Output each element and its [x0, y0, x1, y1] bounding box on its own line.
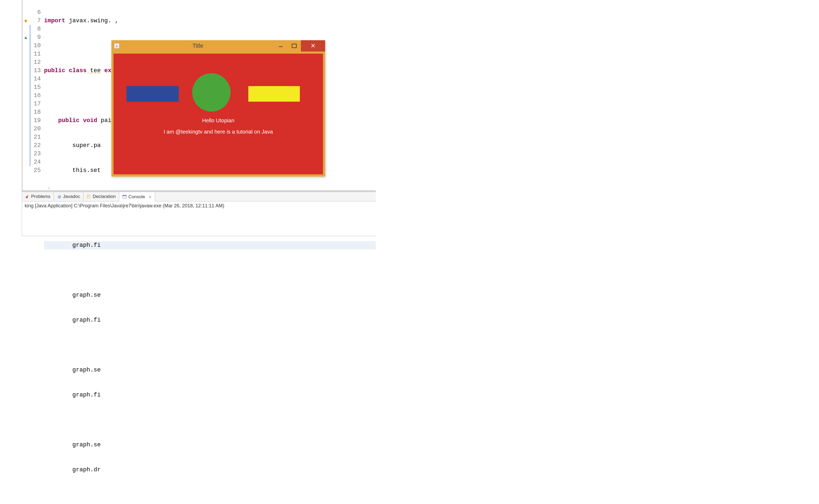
ide-root: 6 7 8 9 10 11 12 13 14 15 16 17 18 19 20… — [0, 0, 376, 236]
tab-javadoc[interactable]: @ Javadoc — [54, 192, 83, 201]
keyword-public: public — [44, 67, 65, 74]
window-buttons: ✕ — [274, 40, 325, 51]
green-circle-shape — [192, 73, 231, 112]
close-button[interactable]: ✕ — [301, 40, 325, 51]
javadoc-icon: @ — [57, 194, 61, 199]
window-title: Title — [122, 42, 274, 49]
tab-declaration[interactable]: Declaration — [83, 192, 119, 201]
code-line — [44, 416, 376, 424]
change-marker-bar — [30, 25, 31, 166]
yellow-rectangle-shape — [248, 86, 300, 102]
maximize-button[interactable] — [288, 40, 301, 51]
problems-icon — [25, 194, 30, 199]
view-tabs: Problems @ Javadoc Declaration Console ✕ — [22, 192, 376, 201]
minimize-button[interactable] — [274, 40, 288, 51]
svg-rect-11 — [123, 195, 126, 196]
svg-text:@: @ — [58, 195, 61, 199]
gutter-marker-column — [23, 0, 28, 175]
code-line — [44, 266, 376, 274]
override-icon — [23, 33, 28, 42]
tab-problems[interactable]: Problems — [22, 192, 54, 201]
horizontal-scroll-left-icon[interactable]: ‹ — [48, 186, 50, 190]
bottom-views-panel: Problems @ Javadoc Declaration Console ✕ — [22, 192, 376, 236]
canvas-text-2: I am @teekingtv and here is a tutorial o… — [113, 129, 323, 135]
console-icon — [122, 195, 127, 199]
console-output[interactable]: king [Java Application] C:\Program Files… — [22, 201, 376, 210]
jpanel-canvas: Hello Utopian I am @teekingtv and here i… — [113, 54, 323, 174]
code-line: graph.fi — [44, 391, 376, 399]
tab-label: Problems — [31, 194, 50, 199]
tab-label: Declaration — [93, 194, 116, 199]
code-line: graph.se — [44, 441, 376, 449]
svg-rect-1 — [25, 20, 26, 21]
canvas-text-1: Hello Utopian — [113, 117, 323, 124]
code-line: graph.fi — [44, 316, 376, 324]
warning-icon — [23, 17, 28, 25]
svg-rect-2 — [25, 21, 26, 22]
svg-rect-8 — [88, 196, 89, 196]
code-line — [44, 491, 376, 499]
swing-content-border: Hello Utopian I am @teekingtv and here i… — [111, 51, 325, 176]
code-line-current: graph.fi — [44, 241, 376, 249]
keyword-void: void — [79, 117, 97, 124]
tab-label: Javadoc — [63, 194, 80, 199]
keyword-public: public — [44, 117, 79, 124]
console-line: king [Java Application] C:\Program Files… — [25, 203, 373, 209]
blue-rectangle-shape — [126, 86, 179, 102]
window-titlebar[interactable]: Title ✕ — [111, 40, 325, 51]
code-line: graph.se — [44, 366, 376, 374]
keyword-class: class — [65, 67, 86, 74]
tab-console[interactable]: Console ✕ — [119, 192, 155, 202]
java-app-icon — [114, 43, 119, 49]
svg-marker-3 — [24, 36, 27, 39]
line-numbers: 6 7 8 9 10 11 12 13 14 15 16 17 18 19 20… — [34, 0, 41, 175]
close-icon[interactable]: ✕ — [148, 195, 152, 199]
swing-window[interactable]: Title ✕ Hello Utopian I am @teekingtv an… — [111, 40, 325, 176]
keyword-import: import — [44, 17, 65, 24]
class-name: tee — [86, 67, 101, 74]
code-line: graph.se — [44, 291, 376, 299]
editor-gutter: 6 7 8 9 10 11 12 13 14 15 16 17 18 19 20… — [23, 0, 43, 190]
declaration-icon — [87, 194, 91, 199]
tab-label: Console — [128, 194, 145, 200]
code-line: graph.dr — [44, 466, 376, 474]
code-line — [44, 341, 376, 349]
svg-rect-9 — [88, 197, 89, 197]
horizontal-sash[interactable] — [22, 190, 376, 192]
code-text: javax.swing. , — [65, 17, 118, 24]
